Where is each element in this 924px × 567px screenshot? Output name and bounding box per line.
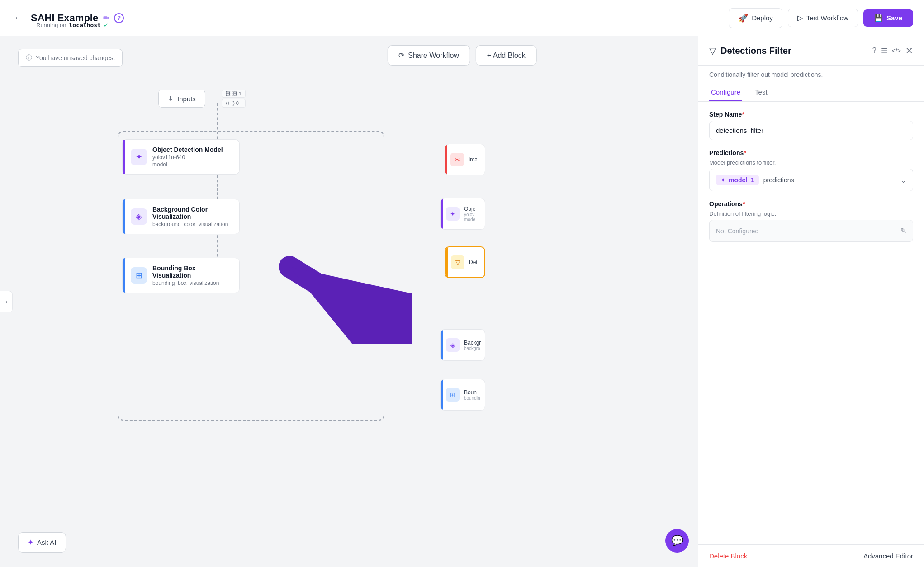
partial-title: Ima <box>469 156 478 163</box>
obj-partial-node[interactable]: ✦ Obje yolov mode <box>440 198 485 230</box>
header: ← SAHI Example ✏ ? Running on localhost … <box>0 0 924 36</box>
model-icon: ✦ <box>136 152 142 162</box>
bounding-partial-node[interactable]: ⊞ Boun boundin <box>440 379 485 411</box>
chat-fab-button[interactable]: 💬 <box>665 529 689 553</box>
tab-configure[interactable]: Configure <box>709 84 742 101</box>
data-icon: ⟨⟩ <box>226 100 229 106</box>
save-icon: 💾 <box>874 14 883 22</box>
tab-test[interactable]: Test <box>753 84 769 101</box>
image-icon: 🖼 <box>226 91 231 96</box>
bg-partial-node[interactable]: ◈ Backgr backgro <box>440 329 485 361</box>
node-info: Bounding Box Visualization bounding_box_… <box>152 265 231 286</box>
header-left: ← SAHI Example ✏ ? Running on localhost … <box>11 11 721 25</box>
not-configured-text: Not Configured <box>716 227 900 235</box>
node-icon: ✦ <box>131 149 147 165</box>
sparkle-icon: ✦ <box>28 538 33 547</box>
collapse-sidebar-button[interactable]: › <box>0 291 13 312</box>
predictions-select[interactable]: ✦ model_1 predictions ⌄ <box>709 169 913 191</box>
node-icon: ⊞ <box>131 267 147 284</box>
step-name-input[interactable] <box>709 121 913 140</box>
node-title: Bounding Box Visualization <box>152 265 231 279</box>
partial-title: Det <box>469 259 478 265</box>
partial-subtitle: backgro <box>464 346 481 351</box>
node-info: Background Color Visualization backgroun… <box>152 206 231 227</box>
panel-code-icon[interactable]: </> <box>892 47 901 54</box>
bbox-icon: ⊞ <box>136 270 142 280</box>
panel-tabs: Configure Test <box>698 84 924 102</box>
status-row: Running on localhost ✓ <box>36 22 109 28</box>
node-title: Background Color Visualization <box>152 206 231 220</box>
chevron-down-icon: ⌄ <box>900 176 906 184</box>
model-badge-text: model_1 <box>729 176 754 184</box>
operations-label: Operations* <box>709 200 913 208</box>
inputs-node[interactable]: ⬇ Inputs 🖼 🖼 1 ⟨⟩ ⟨⟩ 0 <box>158 90 205 108</box>
model-badge-icon: ✦ <box>720 176 726 184</box>
ask-ai-label: Ask AI <box>37 539 57 546</box>
test-workflow-button[interactable]: ▷ Test Workflow <box>788 9 858 27</box>
partial-icon: ⊞ <box>446 388 460 402</box>
image-badge: 🖼 🖼 1 <box>222 90 246 98</box>
partial-accent <box>441 198 443 229</box>
download-icon: ⬇ <box>168 94 174 103</box>
edit-field-icon[interactable]: ✎ <box>900 227 906 235</box>
delete-block-button[interactable]: Delete Block <box>709 552 747 560</box>
predictions-desc: Model predictions to filter. <box>709 159 913 166</box>
panel-footer: Delete Block Advanced Editor <box>698 544 924 567</box>
canvas-toolbar: ⟳ Share Workflow + Add Block <box>387 45 537 66</box>
viz-icon: ◈ <box>136 212 142 222</box>
save-label: Save <box>886 14 902 22</box>
inputs-badges: 🖼 🖼 1 ⟨⟩ ⟨⟩ 0 <box>222 90 246 108</box>
object-detection-node[interactable]: ✦ Object Detection Model yolov11n-640 mo… <box>122 139 240 175</box>
det-filter-partial-node[interactable]: ▽ Det <box>445 246 485 278</box>
panel-header: ▽ Detections Filter ? ☰ </> ✕ <box>698 36 924 66</box>
image-partial-node[interactable]: ✂ Ima <box>445 144 485 175</box>
add-block-label: + Add Block <box>487 52 526 60</box>
operations-not-configured[interactable]: Not Configured ✎ <box>709 220 913 242</box>
partial-icon: ▽ <box>451 255 464 269</box>
node-subtitle-1: yolov11n-640 <box>152 154 223 161</box>
step-name-label: Step Name* <box>709 111 913 118</box>
back-button[interactable]: ← <box>11 11 25 25</box>
deploy-button[interactable]: 🚀 Deploy <box>729 8 782 28</box>
title-group: SAHI Example ✏ ? Running on localhost ✓ <box>31 12 124 24</box>
node-icon: ◈ <box>131 208 147 225</box>
save-button[interactable]: 💾 Save <box>863 9 913 27</box>
node-accent <box>123 140 125 174</box>
partial-icon: ◈ <box>446 338 460 352</box>
advanced-editor-button[interactable]: Advanced Editor <box>863 552 913 560</box>
step-name-field: Step Name* <box>709 111 913 140</box>
share-workflow-button[interactable]: ⟳ Share Workflow <box>387 45 470 66</box>
help-icon[interactable]: ? <box>114 13 124 23</box>
play-icon: ▷ <box>797 14 803 22</box>
panel-doc-icon[interactable]: ☰ <box>881 47 887 55</box>
partial-accent <box>441 379 443 410</box>
partial-title: Obje <box>464 206 475 212</box>
partial-sub2: mode <box>464 217 475 222</box>
share-icon: ⟳ <box>398 51 404 60</box>
purple-arrow <box>262 244 412 344</box>
filter-icon: ▽ <box>709 45 716 56</box>
node-accent <box>123 199 125 234</box>
partial-info: Obje yolov mode <box>464 206 475 222</box>
add-block-button[interactable]: + Add Block <box>476 45 537 66</box>
bounding-box-viz-node[interactable]: ⊞ Bounding Box Visualization bounding_bo… <box>122 258 240 293</box>
panel-actions: ? ☰ </> <box>872 47 901 55</box>
partial-info: Backgr backgro <box>464 340 481 351</box>
partial-accent <box>445 144 447 175</box>
operations-desc: Definition of filtering logic. <box>709 210 913 217</box>
node-accent <box>123 258 125 293</box>
header-right: 🚀 Deploy ▷ Test Workflow 💾 Save <box>729 8 913 28</box>
status-check-icon: ✓ <box>104 22 109 28</box>
panel-help-icon[interactable]: ? <box>872 47 877 55</box>
partial-subtitle: boundin <box>464 396 480 401</box>
ask-ai-button[interactable]: ✦ Ask AI <box>18 532 66 553</box>
workflow-canvas: ⬇ Inputs 🖼 🖼 1 ⟨⟩ ⟨⟩ 0 ✦ <box>0 36 707 567</box>
partial-icon: ✂ <box>450 153 464 166</box>
predictions-label: Predictions* <box>709 149 913 156</box>
share-label: Share Workflow <box>408 52 459 60</box>
bg-color-viz-node[interactable]: ◈ Background Color Visualization backgro… <box>122 199 240 234</box>
node-info: Object Detection Model yolov11n-640 mode… <box>152 146 223 168</box>
data-badge: ⟨⟩ ⟨⟩ 0 <box>222 99 246 108</box>
connector-1 <box>217 103 218 144</box>
panel-close-button[interactable]: ✕ <box>905 45 913 56</box>
